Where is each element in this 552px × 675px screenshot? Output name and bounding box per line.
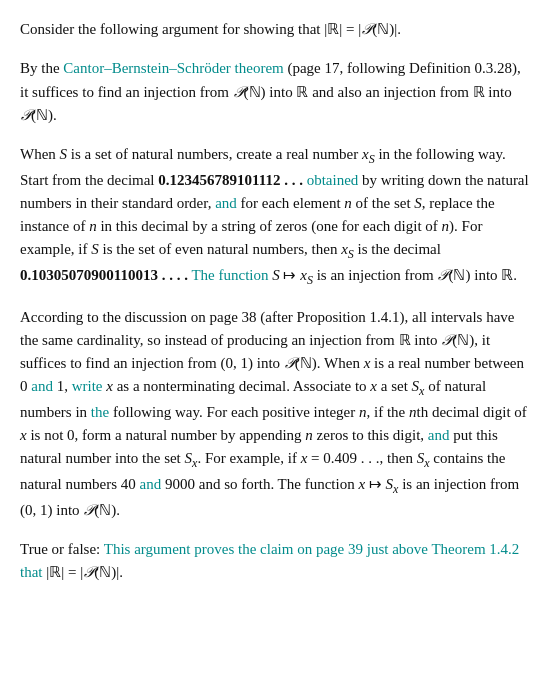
paragraph-5: True or false: This argument proves the … [20, 538, 532, 585]
page-content: Consider the following argument for show… [20, 18, 532, 584]
paragraph-1: Consider the following argument for show… [20, 18, 532, 41]
paragraph-3: When S is a set of natural numbers, crea… [20, 143, 532, 290]
paragraph-2: By the Cantor–Bernstein–Schröder theorem… [20, 57, 532, 127]
paragraph-4: According to the discussion on page 38 (… [20, 306, 532, 522]
